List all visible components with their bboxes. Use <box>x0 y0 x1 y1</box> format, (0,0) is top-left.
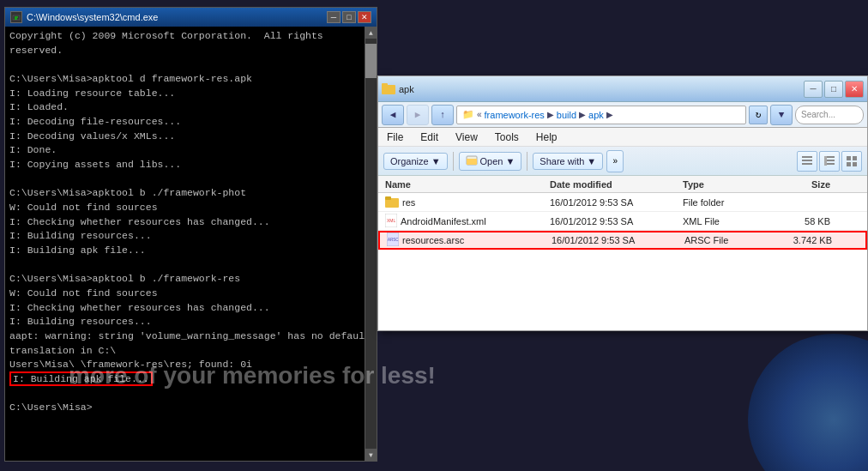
more-label: » <box>612 156 618 166</box>
folder-icon <box>385 196 399 209</box>
file-list: Name Date modified Type Size res 16/01/2… <box>378 176 867 330</box>
up-button[interactable]: ↑ <box>431 105 454 125</box>
explorer-close-button[interactable]: ✕ <box>845 81 864 98</box>
cmd-scrollbar[interactable]: ▲ ▼ <box>365 27 377 461</box>
svg-rect-8 <box>802 160 812 161</box>
breadcrumb-sep4: ▶ <box>606 110 613 119</box>
menu-edit[interactable]: Edit <box>417 130 442 145</box>
more-options-button[interactable]: » <box>606 150 624 172</box>
forward-button[interactable]: ▶ <box>407 105 429 125</box>
explorer-title: apk <box>399 84 804 94</box>
file-name-arsc: ARSC resources.arsc <box>380 232 552 248</box>
breadcrumb-sep3: ▶ <box>579 110 586 119</box>
cmd-window-buttons: ─ □ ✕ <box>327 11 371 23</box>
menu-bar: File Edit View Tools Help <box>378 128 867 147</box>
cmd-line-w1: W: Could not find sources I: Checking wh… <box>9 202 377 370</box>
breadcrumb-sep2: ▶ <box>547 110 554 119</box>
file-type-res: File folder <box>683 197 769 208</box>
column-date-modified[interactable]: Date modified <box>550 179 683 190</box>
details-view-icon <box>823 155 835 167</box>
cmd-line-photo: t <box>240 187 246 198</box>
breadcrumb-sep1: « <box>477 110 482 119</box>
open-icon <box>466 155 478 167</box>
file-date-res: 16/01/2012 9:53 SA <box>550 197 683 208</box>
breadcrumb-part-framework[interactable]: framework-res <box>485 110 545 120</box>
file-name-label: res <box>402 197 415 208</box>
column-name[interactable]: Name <box>378 179 550 190</box>
view-tiles-button[interactable] <box>841 151 862 172</box>
view-details-button[interactable] <box>819 151 840 172</box>
file-name-label: resources.arsc <box>402 235 464 245</box>
breadcrumb-part-build[interactable]: build <box>557 110 576 120</box>
column-size[interactable]: Size <box>769 179 837 190</box>
explorer-folder-icon <box>382 82 395 96</box>
explorer-window: apk ─ □ ✕ ◀ ▶ ↑ 📁 « framework-res ▶ buil… <box>377 75 868 331</box>
share-label: Share with <box>539 156 584 166</box>
file-type-arsc: ARSC File <box>684 235 770 245</box>
search-box[interactable]: Search... <box>795 106 864 124</box>
cmd-content-area: Copyright (c) 2009 Microsoft Corporation… <box>5 27 377 461</box>
list-view-icon <box>801 155 813 167</box>
svg-rect-19 <box>385 196 391 200</box>
xml-icon: XML <box>385 214 397 229</box>
svg-rect-9 <box>802 163 812 165</box>
cmd-output: Copyright (c) 2009 Microsoft Corporation… <box>9 29 372 415</box>
menu-file[interactable]: File <box>383 130 407 145</box>
back-button[interactable]: ◀ <box>382 105 404 125</box>
cmd-line-1: Copyright (c) 2009 Microsoft Corporation… <box>9 30 329 198</box>
menu-tools[interactable]: Tools <box>491 130 522 145</box>
file-rows: res 16/01/2012 9:53 SA File folder XML A… <box>378 193 867 330</box>
cmd-window: C:\Windows\system32\cmd.exe ─ □ ✕ Copyri… <box>4 7 377 462</box>
toolbar: Organize ▼ Open ▼ Share with ▼ » <box>378 147 867 176</box>
toolbar-separator-2 <box>527 152 527 171</box>
refresh-button[interactable]: ↻ <box>749 106 768 124</box>
svg-rect-15 <box>853 156 857 160</box>
svg-rect-17 <box>853 162 857 166</box>
view-list-button[interactable] <box>797 151 817 172</box>
cmd-minimize-button[interactable]: ─ <box>327 11 341 23</box>
explorer-titlebar: apk ─ □ ✕ <box>378 76 867 102</box>
file-row-highlighted[interactable]: ARSC resources.arsc 16/01/2012 9:53 SA A… <box>378 231 867 250</box>
organize-button[interactable]: Organize ▼ <box>383 153 448 170</box>
explorer-minimize-button[interactable]: ─ <box>804 81 823 98</box>
svg-rect-7 <box>802 156 812 158</box>
toolbar-separator-1 <box>453 152 454 171</box>
file-date-manifest: 16/01/2012 9:53 SA <box>550 216 683 226</box>
search-label: Search... <box>801 110 835 119</box>
explorer-maximize-button[interactable]: □ <box>824 81 843 98</box>
open-button[interactable]: Open ▼ <box>459 152 522 171</box>
menu-view[interactable]: View <box>452 130 481 145</box>
file-name-manifest: XML AndroidManifest.xml <box>378 214 550 229</box>
file-row[interactable]: XML AndroidManifest.xml 16/01/2012 9:53 … <box>378 212 867 231</box>
open-label: Open <box>480 156 503 166</box>
explorer-window-buttons: ─ □ ✕ <box>804 81 864 98</box>
organize-label: Organize <box>390 156 429 166</box>
svg-rect-6 <box>467 159 477 165</box>
address-arrow-button[interactable]: ▼ <box>770 105 793 125</box>
svg-rect-16 <box>847 162 851 166</box>
cmd-maximize-button[interactable]: □ <box>342 11 356 23</box>
svg-text:ARSC: ARSC <box>388 238 399 242</box>
svg-rect-13 <box>824 156 827 166</box>
open-arrow: ▼ <box>505 156 515 166</box>
cmd-scroll-up[interactable]: ▲ <box>365 27 377 39</box>
column-type[interactable]: Type <box>683 179 769 190</box>
svg-rect-4 <box>382 83 388 88</box>
cmd-close-button[interactable]: ✕ <box>358 11 371 23</box>
file-size-arsc: 3.742 KB <box>770 235 839 245</box>
cmd-highlighted-line: I: Building apk file... <box>9 371 153 386</box>
svg-rect-14 <box>847 156 851 160</box>
file-list-header: Name Date modified Type Size <box>378 176 867 193</box>
cmd-scroll-down[interactable]: ▼ <box>365 449 377 461</box>
file-name-res: res <box>378 196 550 209</box>
tiles-view-icon <box>846 155 858 167</box>
breadcrumb-part-apk[interactable]: apk <box>588 110 604 120</box>
blue-swirl-decoration <box>748 334 868 471</box>
address-bar: ◀ ▶ ↑ 📁 « framework-res ▶ build ▶ apk ▶ … <box>378 102 867 128</box>
file-date-arsc: 16/01/2012 9:53 SA <box>552 235 684 245</box>
menu-help[interactable]: Help <box>533 130 561 145</box>
file-row[interactable]: res 16/01/2012 9:53 SA File folder <box>378 193 867 212</box>
share-button[interactable]: Share with ▼ <box>533 153 603 170</box>
cmd-scroll-thumb[interactable] <box>365 44 377 78</box>
file-size-manifest: 58 KB <box>769 216 837 226</box>
